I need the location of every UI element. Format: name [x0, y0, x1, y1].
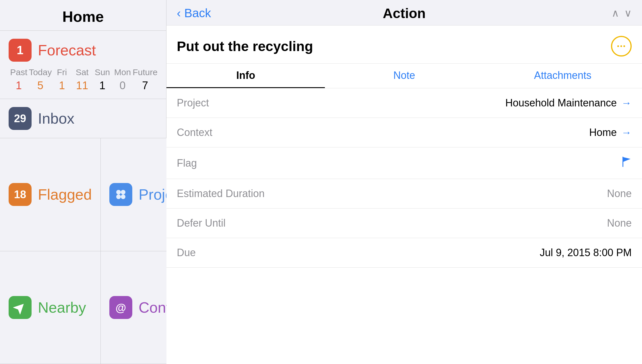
forecast-col-future[interactable]: Future 7 — [133, 67, 158, 92]
forecast-col-value-fri: 1 — [52, 79, 72, 92]
more-options-icon: ••• — [617, 42, 626, 50]
estimated-duration-row[interactable]: Estimated Duration None — [166, 179, 642, 209]
flag-row[interactable]: Flag — [166, 147, 642, 179]
due-value: Jul 9, 2015 8:00 PM — [540, 247, 632, 259]
forecast-col-label-sat: Sat — [72, 67, 92, 77]
projects-icon — [114, 188, 128, 201]
right-panel: ‹ Back Action ∧ ∨ Put out the recycling … — [166, 0, 642, 364]
left-header: Home — [0, 0, 166, 31]
context-arrow-icon: → — [621, 126, 632, 139]
forecast-col-value-today: 5 — [29, 79, 52, 92]
chevron-left-icon: ‹ — [177, 6, 181, 20]
defer-until-row[interactable]: Defer Until None — [166, 209, 642, 238]
header-nav: ∧ ∨ — [612, 7, 632, 19]
project-value: Household Maintenance → — [505, 97, 632, 109]
back-button[interactable]: ‹ Back — [177, 6, 211, 20]
forecast-col-label-past: Past — [9, 67, 29, 77]
flag-value — [621, 156, 632, 170]
nearby-cell[interactable]: Nearby — [0, 251, 101, 364]
left-panel: Home 1 Forecast Past 1 Today 5 Fri 1 — [0, 0, 166, 364]
forecast-col-label-today: Today — [29, 67, 52, 77]
project-row[interactable]: Project Household Maintenance → — [166, 88, 642, 118]
flagged-cell[interactable]: 18 Flagged — [0, 138, 101, 251]
forecast-top: 1 Forecast — [9, 39, 158, 62]
svg-point-1 — [121, 190, 125, 194]
inbox-section[interactable]: 29 Inbox — [0, 99, 166, 138]
tab-info[interactable]: Info — [166, 64, 325, 88]
forecast-col-sat[interactable]: Sat 11 — [72, 67, 92, 92]
nav-down-arrow[interactable]: ∨ — [624, 7, 632, 19]
bottom-grid: 18 Flagged Projects Nearby — [0, 138, 166, 364]
forecast-col-value-mon: 0 — [113, 79, 133, 92]
project-arrow-icon: → — [621, 97, 632, 109]
inbox-label: Inbox — [38, 110, 74, 127]
estimated-duration-value: None — [607, 188, 632, 200]
context-value: Home → — [589, 126, 632, 139]
contexts-badge: @ — [109, 296, 132, 319]
forecast-badge: 1 — [9, 39, 32, 62]
action-title: Action — [383, 5, 426, 21]
task-title: Put out the recycling — [177, 38, 313, 54]
forecast-col-value-sun: 1 — [92, 79, 112, 92]
info-rows: Project Household Maintenance → Context … — [166, 88, 642, 364]
home-title: Home — [62, 8, 104, 25]
context-row[interactable]: Context Home → — [166, 118, 642, 147]
project-label: Project — [177, 97, 209, 109]
tabs-bar: Info Note Attachments — [166, 64, 642, 88]
svg-rect-6 — [622, 157, 623, 167]
svg-point-2 — [116, 194, 121, 199]
svg-marker-4 — [13, 301, 27, 314]
due-label: Due — [177, 247, 196, 259]
flag-label: Flag — [177, 157, 197, 169]
due-row[interactable]: Due Jul 9, 2015 8:00 PM — [166, 238, 642, 268]
inbox-badge: 29 — [9, 107, 32, 130]
back-label: Back — [184, 6, 211, 20]
svg-point-0 — [116, 190, 121, 194]
defer-until-value: None — [607, 217, 632, 229]
tab-attachments[interactable]: Attachments — [484, 64, 642, 88]
forecast-col-value-past: 1 — [9, 79, 29, 92]
defer-until-label: Defer Until — [177, 217, 226, 229]
task-title-bar: Put out the recycling ••• — [166, 26, 642, 64]
svg-point-3 — [121, 194, 125, 199]
forecast-col-label-sun: Sun — [92, 67, 112, 77]
forecast-col-mon[interactable]: Mon 0 — [113, 67, 133, 92]
svg-text:@: @ — [115, 302, 126, 314]
flagged-badge: 18 — [9, 183, 32, 206]
flag-icon — [621, 156, 632, 170]
forecast-label: Forecast — [38, 42, 96, 59]
forecast-col-label-mon: Mon — [113, 67, 133, 77]
forecast-section[interactable]: 1 Forecast Past 1 Today 5 Fri 1 Sat 11 — [0, 31, 166, 99]
forecast-col-fri[interactable]: Fri 1 — [52, 67, 72, 92]
forecast-col-label-future: Future — [133, 67, 158, 77]
forecast-col-value-sat: 11 — [72, 79, 92, 92]
contexts-icon: @ — [114, 301, 128, 314]
forecast-grid: Past 1 Today 5 Fri 1 Sat 11 Sun 1 — [9, 67, 158, 92]
nav-up-arrow[interactable]: ∧ — [612, 7, 619, 19]
forecast-col-label-fri: Fri — [52, 67, 72, 77]
right-header: ‹ Back Action ∧ ∨ — [166, 0, 642, 26]
forecast-col-today[interactable]: Today 5 — [29, 67, 52, 92]
nearby-icon — [13, 301, 27, 314]
forecast-col-value-future: 7 — [133, 79, 158, 92]
forecast-col-sun[interactable]: Sun 1 — [92, 67, 112, 92]
forecast-col-past[interactable]: Past 1 — [9, 67, 29, 92]
nearby-badge — [9, 296, 32, 319]
estimated-duration-label: Estimated Duration — [177, 188, 265, 200]
nearby-label: Nearby — [38, 299, 86, 316]
flagged-label: Flagged — [38, 186, 92, 203]
projects-badge — [109, 183, 132, 206]
context-label: Context — [177, 126, 212, 139]
more-options-button[interactable]: ••• — [611, 36, 632, 57]
tab-note[interactable]: Note — [325, 64, 483, 88]
